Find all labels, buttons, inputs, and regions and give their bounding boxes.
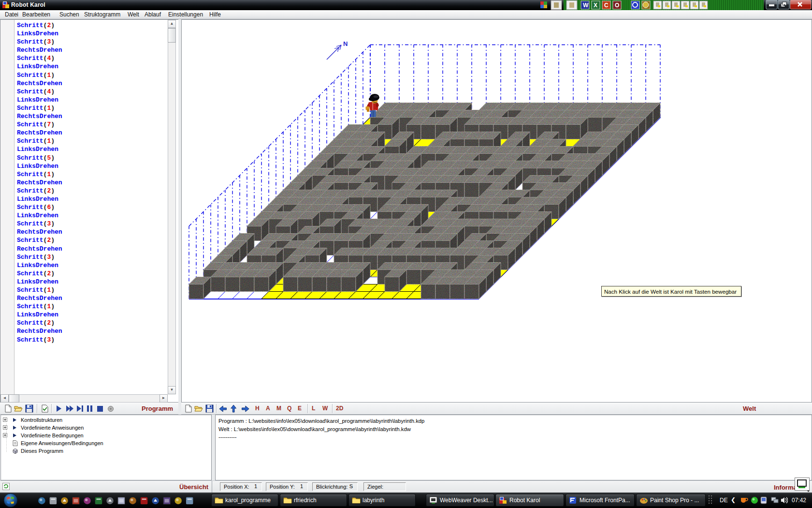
svg-text:N: N [343,40,348,47]
